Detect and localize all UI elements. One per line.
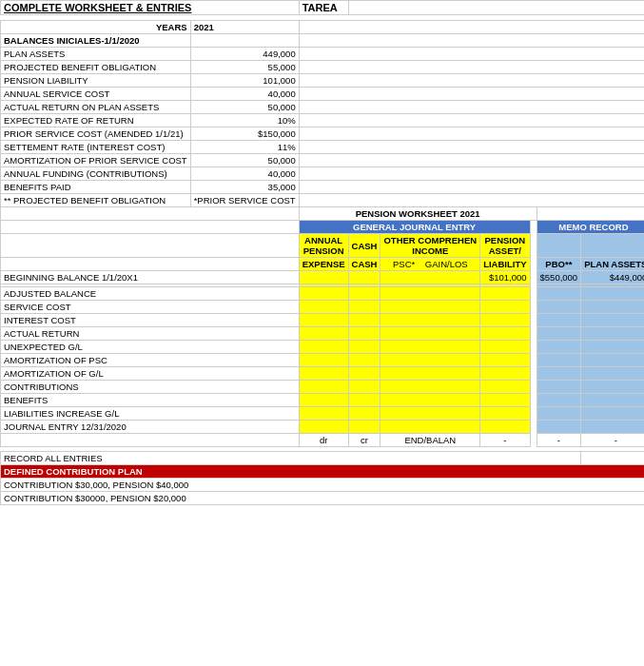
- balance-label-6: EXPECTED RATE OF RETURN: [1, 114, 191, 127]
- balance-row-11: BENEFITS PAID 35,000: [1, 181, 645, 194]
- benefits-label: BENEFITS: [1, 394, 300, 407]
- general-journal-title: GENERAL JOURNAL ENTRY: [299, 221, 530, 234]
- beginning-balance-label: BEGINNING BALANCE 1/1/20X1: [1, 271, 300, 284]
- beginning-balance-row: BEGINNING BALANCE 1/1/20X1 $101,000 $550…: [1, 271, 645, 284]
- end-bal-label: END/BALAN: [381, 434, 480, 447]
- actual-return-label: ACTUAL RETURN: [1, 327, 300, 341]
- balance-label-8: SETTEMENT RATE (INTEREST COST): [1, 141, 191, 154]
- interest-cost-row: INTEREST COST: [1, 314, 645, 327]
- expense-subheader: EXPENSE: [299, 258, 348, 271]
- journal-entry-row: JOURNAL ENTRY 12/31/2020: [1, 421, 645, 434]
- contribution-label-1: CONTRIBUTION $30000, PENSION $20,000: [1, 492, 645, 505]
- balance-label-4: ANNUAL SERVICE COST: [1, 88, 191, 101]
- contribution-label-0: CONTRIBUTION $30,000, PENSION $40,000: [1, 479, 645, 492]
- contributions-row: CONTRIBUTIONS: [1, 381, 645, 394]
- title-row: COMPLETE WORKSHEET & ENTRIES TAREA: [1, 1, 645, 15]
- dash-pbo: -: [537, 434, 581, 447]
- balance-value-7: $150,000: [190, 127, 299, 141]
- balance-value-6: 10%: [190, 114, 299, 127]
- years-row: YEARS 2021: [1, 21, 645, 34]
- defined-contribution-row: DEFINED CONTRIBUTION PLAN: [1, 465, 645, 479]
- balance-value-11: 35,000: [190, 181, 299, 194]
- adjusted-balance-row: ADJUSTED BALANCE: [1, 287, 645, 301]
- balance-label-10: ANNUAL FUNDING (CONTRIBUTIONS): [1, 167, 191, 181]
- contribution-row-1: CONTRIBUTION $30000, PENSION $20,000: [1, 492, 645, 505]
- balance-row-9: AMORTIZATION OF PRIOR SERVICE COST 50,00…: [1, 154, 645, 167]
- bb-pbo: $550,000: [537, 271, 581, 284]
- dr-label: dr: [299, 434, 348, 447]
- balance-label-5: ACTUAL RETURN ON PLAN ASSETS: [1, 101, 191, 114]
- balance-row-2: PROJECTED BENEFIT OBLIGATION 55,000: [1, 61, 645, 74]
- liabilities-gl-label: LIABILITIES INCREASE G/L: [1, 407, 300, 421]
- balance-label-0: BALANCES INICIALES-1/1/2020: [1, 34, 191, 48]
- liability-subheader: LIABILITY: [480, 258, 530, 271]
- balance-label-7: PRIOR SERVICE COST (AMENDED 1/1/21): [1, 127, 191, 141]
- cr-label: cr: [348, 434, 381, 447]
- unexpected-gl-row: UNEXPECTED G/L: [1, 341, 645, 354]
- annual-pension-header: ANNUALPENSION: [299, 234, 348, 258]
- balance-row-7: PRIOR SERVICE COST (AMENDED 1/1/21) $150…: [1, 127, 645, 141]
- col-header-row1: ANNUALPENSION CASH OTHER COMPREHENINCOME…: [1, 234, 645, 258]
- balance-label-1: PLAN ASSETS: [1, 48, 191, 61]
- service-cost-row: SERVICE COST: [1, 301, 645, 314]
- balance-row-0: BALANCES INICIALES-1/1/2020: [1, 34, 645, 48]
- journal-entry-label: JOURNAL ENTRY 12/31/2020: [1, 421, 300, 434]
- year-value: 2021: [190, 21, 299, 34]
- unexpected-gl-label: UNEXPECTED G/L: [1, 341, 300, 354]
- col-header-row2: EXPENSE CASH PSC* GAIN/LOS LIABILITY PBO…: [1, 258, 645, 271]
- balance-value-9: 50,000: [190, 154, 299, 167]
- adjusted-balance-label: ADJUSTED BALANCE: [1, 287, 300, 301]
- pbo-header: [537, 234, 581, 258]
- balance-row-12: ** PROJECTED BENEFIT OBLIGATION *PRIOR S…: [1, 194, 645, 207]
- contributions-label: CONTRIBUTIONS: [1, 381, 300, 394]
- balance-value-0: [190, 34, 299, 48]
- psc-label: PSC*: [393, 259, 415, 269]
- cash-header: CASH: [348, 234, 381, 258]
- balance-row-4: ANNUAL SERVICE COST 40,000: [1, 88, 645, 101]
- plan-assets-header: [581, 234, 644, 258]
- bb-cash: [348, 271, 381, 284]
- footer-row: dr cr END/BALAN - - -: [1, 434, 645, 447]
- oci-header: OTHER COMPREHENINCOME: [381, 234, 480, 258]
- balance-value-2: 55,000: [190, 61, 299, 74]
- amort-psc-row: AMORTIZATION OF PSC: [1, 354, 645, 367]
- years-label: YEARS: [1, 21, 191, 34]
- balance-value-5: 50,000: [190, 101, 299, 114]
- dash-plan-assets: -: [581, 434, 644, 447]
- psc-header: PSC* GAIN/LOS: [381, 258, 480, 271]
- liabilities-gl-row: LIABILITIES INCREASE G/L: [1, 407, 645, 421]
- gain-loss-label: GAIN/LOS: [425, 259, 468, 269]
- balance-label-11: BENEFITS PAID: [1, 181, 191, 194]
- dash-liability: -: [480, 434, 530, 447]
- balance-label-9: AMORTIZATION OF PRIOR SERVICE COST: [1, 154, 191, 167]
- bb-liability: $101,000: [480, 271, 530, 284]
- balance-row-5: ACTUAL RETURN ON PLAN ASSETS 50,000: [1, 101, 645, 114]
- balance-row-3: PENSION LIABILITY 101,000: [1, 74, 645, 88]
- balance-value-3: 101,000: [190, 74, 299, 88]
- balance-value-4: 40,000: [190, 88, 299, 101]
- service-cost-label: SERVICE COST: [1, 301, 300, 314]
- record-all-entries-dash: -: [581, 452, 644, 465]
- bottom-spacer-2: [1, 517, 645, 528]
- memo-record-title: MEMO RECORD: [537, 221, 644, 234]
- pension-asset-header: PENSIONASSET/: [480, 234, 530, 258]
- tarea-label: TAREA: [299, 1, 348, 15]
- benefits-row: BENEFITS: [1, 394, 645, 407]
- bb-psc-gainloss: [381, 271, 480, 284]
- pension-worksheet-title-row: PENSION WORKSHEET 2021: [1, 207, 645, 221]
- pension-worksheet-title: PENSION WORKSHEET 2021: [299, 207, 537, 221]
- balance-row-1: PLAN ASSETS 449,000: [1, 48, 645, 61]
- plan-assets-subheader: PLAN ASSETS: [581, 258, 644, 271]
- pbo-subheader: PBO**: [537, 258, 581, 271]
- bb-plan-assets: $449,000: [581, 271, 644, 284]
- balance-row-8: SETTEMENT RATE (INTEREST COST) 11%: [1, 141, 645, 154]
- bottom-spacer-1: [1, 505, 645, 517]
- record-all-entries-row: RECORD ALL ENTRIES -: [1, 452, 645, 465]
- actual-return-row: ACTUAL RETURN: [1, 327, 645, 341]
- record-all-entries-label: RECORD ALL ENTRIES: [1, 452, 581, 465]
- balance-row-6: EXPECTED RATE OF RETURN 10%: [1, 114, 645, 127]
- balance-label-2: PROJECTED BENEFIT OBLIGATION: [1, 61, 191, 74]
- amort-psc-label: AMORTIZATION OF PSC: [1, 354, 300, 367]
- main-title: COMPLETE WORKSHEET & ENTRIES: [1, 1, 300, 15]
- interest-cost-label: INTEREST COST: [1, 314, 300, 327]
